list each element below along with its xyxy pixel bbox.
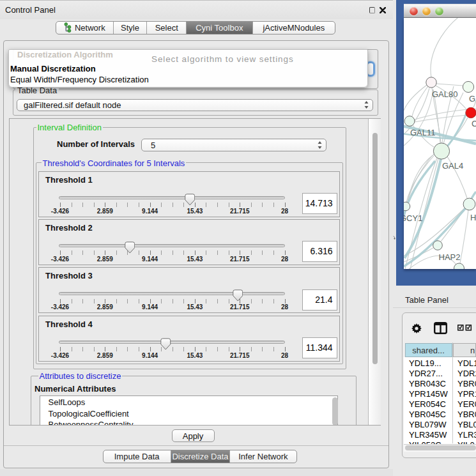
svg-text:GAL11: GAL11 [410, 128, 436, 137]
svg-text:H: H [470, 213, 476, 222]
svg-text:HAP2: HAP2 [439, 252, 461, 262]
svg-text:G.: G. [469, 94, 476, 104]
svg-text:GCY1: GCY1 [404, 213, 422, 223]
svg-text:C: C [472, 119, 476, 128]
svg-text:GAL4: GAL4 [442, 161, 463, 171]
svg-text:GAL80: GAL80 [432, 89, 457, 99]
